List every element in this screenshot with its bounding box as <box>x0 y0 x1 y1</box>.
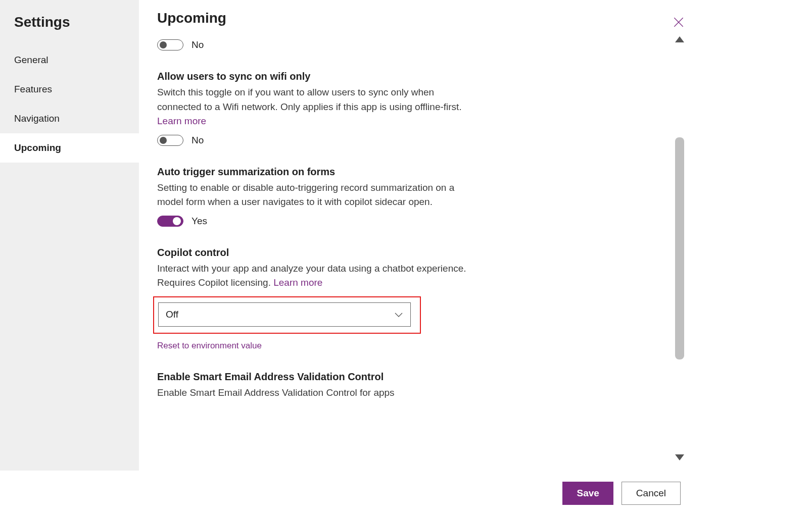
copilot-control-selected-value: Off <box>166 309 178 320</box>
setting-smart-email: Enable Smart Email Address Validation Co… <box>157 371 481 400</box>
scroll-track[interactable] <box>675 46 684 450</box>
setting-wifi-sync-desc-text: Switch this toggle on if you want to all… <box>157 87 462 112</box>
setting-wifi-sync-desc: Switch this toggle on if you want to all… <box>157 85 481 129</box>
sidebar-title: Settings <box>0 8 139 45</box>
toggle-wifi-sync-label: No <box>192 135 204 146</box>
setting-previous-partial: No <box>157 39 481 50</box>
toggle-auto-summarize[interactable] <box>157 216 183 227</box>
copilot-control-select[interactable]: Off <box>158 302 411 327</box>
vertical-scrollbar <box>675 36 685 460</box>
scroll-down-button[interactable] <box>675 454 684 460</box>
scroll-up-button[interactable] <box>675 36 684 42</box>
copilot-learn-more-link[interactable]: Learn more <box>273 277 322 288</box>
setting-smart-email-desc: Enable Smart Email Address Validation Co… <box>157 386 481 400</box>
settings-sidebar: Settings General Features Navigation Upc… <box>0 0 139 471</box>
setting-auto-summarize-title: Auto trigger summarization on forms <box>157 166 481 178</box>
toggle-auto-summarize-label: Yes <box>192 216 207 227</box>
chevron-down-icon <box>394 309 403 320</box>
setting-wifi-sync-title: Allow users to sync on wifi only <box>157 71 481 82</box>
save-button[interactable]: Save <box>562 482 613 505</box>
toggle-previous[interactable] <box>157 39 183 50</box>
wifi-sync-learn-more-link[interactable]: Learn more <box>157 116 206 126</box>
toggle-wifi-sync[interactable] <box>157 135 183 146</box>
sidebar-item-general[interactable]: General <box>0 45 139 75</box>
sidebar-item-features[interactable]: Features <box>0 75 139 104</box>
main-panel: Upcoming No Allow users <box>139 0 812 471</box>
footer-bar: Save Cancel <box>0 471 812 516</box>
setting-copilot-control-desc: Interact with your app and analyze your … <box>157 262 481 290</box>
setting-auto-summarize: Auto trigger summarization on forms Sett… <box>157 166 481 227</box>
sidebar-item-upcoming[interactable]: Upcoming <box>0 133 139 163</box>
setting-copilot-control: Copilot control Interact with your app a… <box>157 247 481 351</box>
sidebar-item-navigation[interactable]: Navigation <box>0 104 139 133</box>
close-button[interactable] <box>671 14 687 30</box>
cancel-button[interactable]: Cancel <box>622 482 681 505</box>
scroll-thumb[interactable] <box>675 137 684 359</box>
toggle-previous-label: No <box>192 39 204 50</box>
close-icon <box>672 16 685 29</box>
setting-copilot-control-title: Copilot control <box>157 247 481 259</box>
copilot-control-highlight: Off <box>153 296 421 334</box>
page-title: Upcoming <box>157 10 226 26</box>
setting-auto-summarize-desc: Setting to enable or disable auto-trigge… <box>157 181 481 210</box>
setting-wifi-sync: Allow users to sync on wifi only Switch … <box>157 71 481 146</box>
setting-smart-email-title: Enable Smart Email Address Validation Co… <box>157 371 481 383</box>
reset-to-environment-link[interactable]: Reset to environment value <box>157 341 262 351</box>
